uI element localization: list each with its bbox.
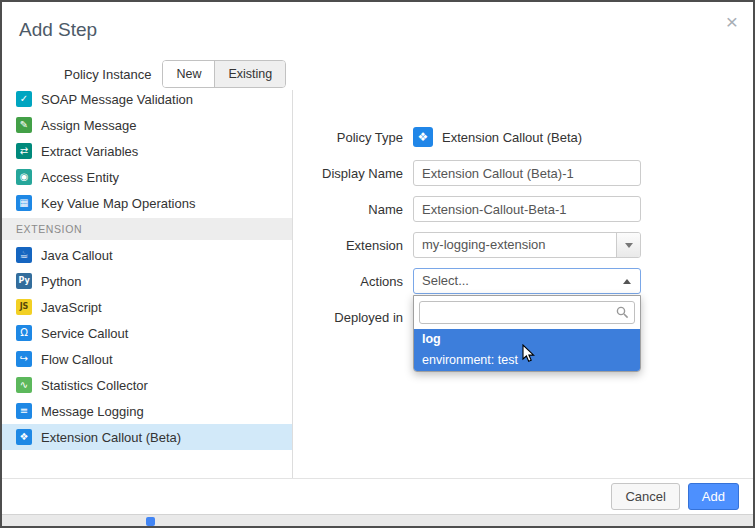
- policy-list-item[interactable]: JSJavaScript: [2, 294, 292, 320]
- extension-callout-beta-icon: ❖: [16, 429, 32, 445]
- background-policy-icon: [146, 517, 155, 526]
- policy-list-item[interactable]: ☕Java Callout: [2, 242, 292, 268]
- policy-list-item[interactable]: ΩService Callout: [2, 320, 292, 346]
- extension-callout-icon: ❖: [413, 127, 433, 147]
- display-name-label: Display Name: [293, 166, 403, 181]
- extract-variables-icon: ⇄: [16, 143, 32, 159]
- policy-list-item-label: Extract Variables: [41, 144, 138, 159]
- policy-list-item[interactable]: ◉Access Entity: [2, 164, 292, 190]
- policy-list-item[interactable]: ❖Extension Callout (Beta): [2, 424, 292, 450]
- new-toggle-button[interactable]: New: [163, 61, 214, 87]
- service-callout-icon: Ω: [16, 325, 32, 341]
- actions-select-placeholder: Select...: [414, 269, 640, 293]
- close-icon[interactable]: ×: [726, 11, 738, 32]
- soap-message-validation-icon: ✓: [16, 91, 32, 107]
- display-name-input[interactable]: [413, 160, 641, 186]
- modal-title: Add Step: [19, 19, 97, 41]
- policy-list-item-label: Message Logging: [41, 404, 144, 419]
- policy-list-item[interactable]: ⇄Extract Variables: [2, 138, 292, 164]
- extension-section-header: EXTENSION: [2, 218, 292, 240]
- policy-list-item-label: SOAP Message Validation: [41, 92, 193, 107]
- actions-select[interactable]: Select...: [413, 268, 641, 294]
- statistics-collector-icon: ∿: [16, 377, 32, 393]
- policy-list-item[interactable]: ≡Message Logging: [2, 398, 292, 424]
- name-label: Name: [293, 202, 403, 217]
- policy-type-label: Policy Type: [293, 130, 403, 145]
- policy-list-item-label: Python: [41, 274, 81, 289]
- actions-search-wrap: [414, 296, 640, 329]
- background-page-strip: [2, 514, 753, 526]
- policy-instance-toggle: New Existing: [162, 60, 286, 88]
- policy-list-item-label: Key Value Map Operations: [41, 196, 195, 211]
- access-entity-icon: ◉: [16, 169, 32, 185]
- mouse-cursor: [522, 344, 536, 364]
- policy-list-item[interactable]: ✎Assign Message: [2, 112, 292, 138]
- policy-type-text: Extension Callout (Beta): [442, 130, 582, 145]
- policy-list-item[interactable]: PyPython: [2, 268, 292, 294]
- policy-type-value: ❖ Extension Callout (Beta): [413, 127, 582, 147]
- extension-label: Extension: [293, 238, 403, 253]
- policy-form: Policy Type ❖ Extension Callout (Beta) D…: [292, 90, 753, 478]
- chevron-down-icon: [625, 243, 633, 248]
- python-icon: Py: [16, 273, 32, 289]
- name-row: Name: [293, 196, 753, 222]
- policy-list-item-label: Statistics Collector: [41, 378, 148, 393]
- policy-list-item-label: Access Entity: [41, 170, 119, 185]
- modal-header: Add Step ×: [2, 2, 753, 58]
- deployed-in-label: Deployed in: [293, 310, 403, 325]
- modal-footer: Cancel Add: [2, 478, 753, 514]
- add-step-modal: Add Step × Policy Instance New Existing …: [2, 2, 753, 514]
- policy-list-item-label: Extension Callout (Beta): [41, 430, 181, 445]
- policy-list-item[interactable]: ▦Key Value Map Operations: [2, 190, 292, 216]
- policy-list-item[interactable]: ∿Statistics Collector: [2, 372, 292, 398]
- assign-message-icon: ✎: [16, 117, 32, 133]
- policy-instance-row: Policy Instance New Existing: [2, 58, 753, 90]
- screenshot-root: Add Step × Policy Instance New Existing …: [0, 0, 755, 528]
- chevron-up-icon: [623, 279, 631, 284]
- policy-list-item[interactable]: ✓SOAP Message Validation: [2, 90, 292, 112]
- actions-search-input[interactable]: [419, 301, 635, 324]
- message-logging-icon: ≡: [16, 403, 32, 419]
- policy-list-item[interactable]: ↪Flow Callout: [2, 346, 292, 372]
- key-value-map-operations-icon: ▦: [16, 195, 32, 211]
- policy-list-item-label: Java Callout: [41, 248, 113, 263]
- add-button[interactable]: Add: [688, 483, 739, 510]
- policy-list-item-label: Assign Message: [41, 118, 136, 133]
- policy-list-item-label: Flow Callout: [41, 352, 113, 367]
- policy-type-row: Policy Type ❖ Extension Callout (Beta): [293, 124, 753, 150]
- policy-list: ✓SOAP Message Validation✎Assign Message⇄…: [2, 90, 292, 478]
- search-icon: [616, 306, 629, 319]
- name-input[interactable]: [413, 196, 641, 222]
- existing-toggle-button[interactable]: Existing: [214, 61, 285, 87]
- modal-body: ✓SOAP Message Validation✎Assign Message⇄…: [2, 90, 753, 478]
- flow-callout-icon: ↪: [16, 351, 32, 367]
- policy-list-item-label: JavaScript: [41, 300, 102, 315]
- policy-list-item-label: Service Callout: [41, 326, 128, 341]
- display-name-row: Display Name: [293, 160, 753, 186]
- actions-label: Actions: [293, 274, 403, 289]
- java-callout-icon: ☕: [16, 247, 32, 263]
- extension-row: Extension my-logging-extension: [293, 232, 753, 258]
- cancel-button[interactable]: Cancel: [611, 483, 679, 510]
- actions-row: Actions Select... logenv: [293, 268, 753, 294]
- extension-select-value: my-logging-extension: [414, 233, 640, 257]
- javascript-icon: JS: [16, 299, 32, 315]
- extension-select[interactable]: my-logging-extension: [413, 232, 641, 258]
- extension-select-arrow-box[interactable]: [616, 233, 640, 257]
- policy-instance-label: Policy Instance: [64, 67, 151, 82]
